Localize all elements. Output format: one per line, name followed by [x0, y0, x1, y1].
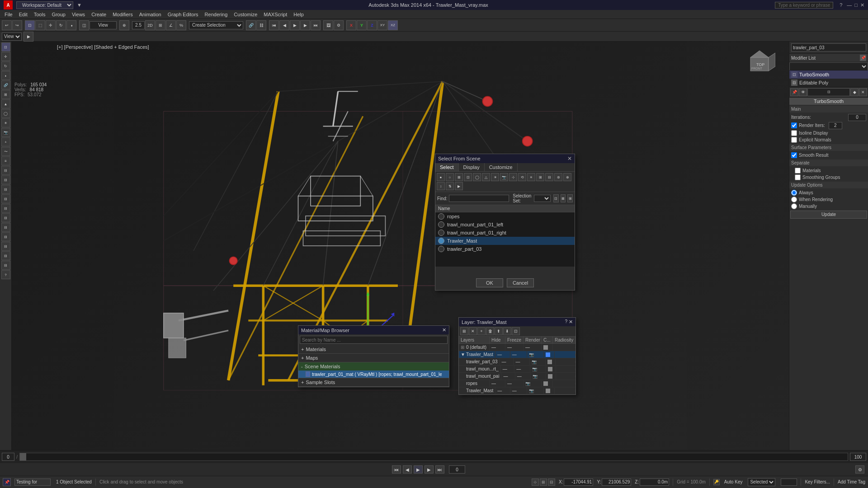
testing-input[interactable]: Testing for — [14, 479, 51, 486]
coord-system-input[interactable] — [90, 21, 117, 29]
modifier-dropdown[interactable] — [789, 62, 868, 70]
lt-lights[interactable]: ☀ — [1, 118, 10, 127]
menu-animation[interactable]: Animation — [137, 12, 164, 17]
add-time-tag-btn[interactable]: Add Time Tag — [838, 479, 865, 484]
ld-cell-ropes-freeze[interactable]: — — [505, 380, 524, 387]
ts-always-radio[interactable] — [791, 190, 797, 196]
select-tab-select[interactable]: Select — [435, 163, 459, 171]
unlink-tool[interactable]: ⛓ — [256, 20, 266, 30]
menu-create[interactable]: Create — [89, 12, 109, 17]
ld-cell-tmrt-freeze[interactable]: — — [514, 366, 530, 372]
menu-views[interactable]: Views — [69, 12, 88, 17]
axis-xz-btn[interactable]: XZ — [388, 20, 398, 30]
menu-tools[interactable]: Tools — [31, 12, 48, 17]
fc-prev-key[interactable]: ⏮ — [392, 465, 401, 474]
sel-icon2[interactable]: ⊠ — [561, 194, 566, 202]
ld-cell-ropes-color[interactable] — [542, 380, 553, 387]
ts-render-iters-input[interactable]: 2 — [829, 122, 842, 129]
menu-file[interactable]: File — [2, 12, 15, 17]
make-unique-btn[interactable]: ◆ — [850, 88, 859, 96]
fc-prev-frame[interactable]: ◀ — [403, 465, 412, 474]
play-prev[interactable]: ⏮ — [269, 20, 279, 30]
ts-iterations-input[interactable]: 0 — [848, 114, 866, 121]
axis-x-btn[interactable]: X — [346, 20, 356, 30]
axis-xy-btn[interactable]: XY — [377, 20, 387, 30]
select-region[interactable]: ⬚ — [35, 20, 45, 30]
modifier-editable-poly-item[interactable]: ⊟ Editable Poly — [789, 79, 868, 87]
ld-cell-ropes-hide[interactable]: — — [490, 380, 505, 387]
list-item-trawl-left[interactable]: trawl_mount_part_01_left — [435, 221, 575, 229]
ld-cell-tms-hide[interactable]: — — [495, 387, 510, 394]
sel-tb-7[interactable]: ☀ — [491, 173, 499, 181]
viewcube[interactable]: TOP FRONT — [744, 46, 775, 78]
sel-tb-2[interactable]: ○ — [446, 173, 454, 181]
pivot-btn[interactable]: ⊕ — [119, 20, 129, 30]
lt-tab4[interactable]: ⊟ — [1, 194, 10, 203]
list-item-trawler-mast[interactable]: Trawler_Mast — [435, 237, 575, 245]
percent-snap[interactable]: % — [176, 20, 186, 30]
select-cancel-btn[interactable]: Cancel — [507, 278, 534, 287]
select-tab-display[interactable]: Display — [459, 163, 485, 171]
play-next[interactable]: ⏭ — [311, 20, 321, 30]
render-settings[interactable]: ⚙ — [334, 20, 344, 30]
lt-ribbon[interactable]: ≡ — [1, 156, 10, 165]
layer-row-ropes[interactable]: ropes — — 📷 — [459, 380, 576, 387]
show-end-result-btn[interactable]: ⊡ — [807, 88, 850, 96]
ld-cell-default-render[interactable]: — — [524, 344, 542, 351]
lt-link[interactable]: 🔗 — [1, 80, 10, 89]
layer-help-btn[interactable]: ? — [565, 319, 567, 325]
mb-scene-materials-header[interactable]: - Scene Materials — [298, 362, 449, 371]
layer-close-btn[interactable]: ✕ — [569, 319, 573, 325]
end-frame-input[interactable]: 100 — [850, 453, 866, 461]
render-frame[interactable]: 🖼 — [323, 20, 333, 30]
sel-tb-16[interactable]: ↕ — [437, 182, 445, 190]
sel-icon1[interactable]: ⊡ — [553, 194, 559, 202]
select-tab-customize[interactable]: Customize — [485, 163, 518, 171]
mb-search-input[interactable] — [300, 336, 448, 344]
ts-explicit-check[interactable] — [791, 137, 797, 143]
lt-tab1[interactable]: ⊟ — [1, 166, 10, 175]
play-btn[interactable]: ▶ — [290, 20, 300, 30]
ld-cell-tms-freeze[interactable]: — — [510, 387, 527, 394]
ld-btn-layers[interactable]: ⊞ — [460, 327, 468, 335]
ld-cell-tm-rad[interactable] — [555, 354, 576, 356]
sel-tb-expand[interactable]: ▶ — [455, 182, 463, 190]
lt-shapes[interactable]: ◯ — [1, 109, 10, 118]
axis-z-btn[interactable]: Z — [367, 20, 377, 30]
sel-tb-9[interactable]: ⊹ — [509, 173, 517, 181]
key-filters-btn[interactable]: Key Filters... — [805, 479, 830, 484]
ld-btn-select[interactable]: ⊡ — [512, 327, 520, 335]
sel-tb-12[interactable]: ⊞ — [536, 173, 544, 181]
lt-tab11[interactable]: ⊟ — [1, 261, 10, 270]
undo-btn[interactable]: ↩ — [2, 20, 12, 30]
lt-helpers[interactable]: + — [1, 137, 10, 146]
ld-cell-ropes-render[interactable]: 📷 — [524, 380, 542, 387]
ts-materials-check[interactable] — [795, 168, 801, 174]
ld-cell-p03-rad[interactable] — [556, 361, 576, 363]
lt-tab9[interactable]: ⊟ — [1, 242, 10, 251]
lt-cameras[interactable]: 📷 — [1, 128, 10, 137]
ld-cell-tmpai-color[interactable] — [546, 373, 556, 380]
ts-manually-radio[interactable] — [791, 203, 797, 209]
lt-geometry[interactable]: ▲ — [1, 99, 10, 108]
object-name-input[interactable]: trawler_part_03 — [791, 43, 866, 52]
viewport-area[interactable]: [+] [Perspective] [Shaded + Edged Faces]… — [12, 42, 789, 450]
z-input[interactable]: 0.0m — [640, 479, 669, 486]
current-frame-input[interactable]: 0 — [449, 465, 465, 474]
ld-cell-tmpai-hide[interactable]: — — [501, 373, 515, 380]
ld-cell-tms-color[interactable] — [544, 388, 555, 394]
ld-btn-plus[interactable]: + — [477, 327, 486, 335]
ld-cell-ropes-rad[interactable] — [553, 383, 576, 385]
selected-dropdown[interactable]: Selected — [748, 478, 775, 486]
remove-modifier-btn[interactable]: ✕ — [859, 88, 867, 96]
ld-btn-delete[interactable]: 🗑 — [486, 327, 494, 335]
ld-cell-tmrt-render[interactable]: 📷 — [530, 366, 546, 372]
status-icon-2[interactable]: ⊞ — [540, 479, 547, 486]
sel-tb-11[interactable]: ≡ — [527, 173, 535, 181]
ld-cell-p03-hide[interactable]: — — [500, 358, 514, 365]
play-next-frame[interactable]: ▶ — [300, 20, 310, 30]
x-input[interactable]: -17044.91 — [564, 479, 593, 486]
select-list[interactable]: ropes trawl_mount_part_01_left trawl_mou… — [435, 212, 575, 267]
lt-tab3[interactable]: ⊟ — [1, 185, 10, 194]
ts-smoothing-check[interactable] — [795, 174, 801, 180]
